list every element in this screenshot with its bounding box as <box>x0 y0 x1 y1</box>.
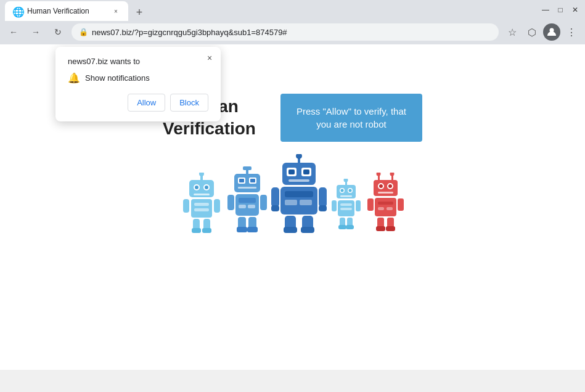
address-bar: ← → ↻ 🔒 news07.biz/?p=gizgcnrqgu5gi3bpha… <box>0 20 585 44</box>
svg-rect-91 <box>376 226 385 231</box>
lock-icon: 🔒 <box>79 28 88 36</box>
svg-rect-49 <box>319 187 327 207</box>
svg-rect-47 <box>300 200 312 205</box>
notification-site-text: news07.biz wants to <box>68 57 208 66</box>
svg-rect-92 <box>386 226 395 231</box>
notification-permission: 🔔 Show notifications <box>68 72 208 84</box>
url-bar[interactable]: 🔒 news07.biz/?p=gizgcnrqgu5gi3bphayq&sub… <box>72 23 499 41</box>
svg-rect-11 <box>194 208 209 211</box>
svg-rect-19 <box>243 166 252 170</box>
notification-permission-text: Show notifications <box>85 73 150 83</box>
svg-rect-28 <box>239 205 246 208</box>
notification-actions: Allow Block <box>68 94 208 112</box>
svg-rect-51 <box>319 205 327 211</box>
svg-point-79 <box>379 184 383 188</box>
allow-button[interactable]: Allow <box>128 94 165 112</box>
svg-point-60 <box>340 189 343 192</box>
svg-rect-16 <box>192 228 201 233</box>
close-button[interactable]: ✕ <box>570 5 580 15</box>
account-button[interactable] <box>543 23 560 41</box>
svg-rect-24 <box>250 179 255 182</box>
back-button[interactable]: ← <box>5 23 22 41</box>
maximize-button[interactable]: □ <box>555 5 565 15</box>
minimize-button[interactable]: — <box>541 5 550 15</box>
svg-rect-54 <box>284 227 297 233</box>
browser-chrome: 🌐 Human Verification × + — □ ✕ ← → ↻ 🔒 n… <box>0 0 585 44</box>
svg-rect-10 <box>194 203 209 206</box>
svg-rect-17 <box>202 228 211 233</box>
tab-favicon: 🌐 <box>12 6 22 16</box>
svg-rect-87 <box>367 198 374 211</box>
svg-point-74 <box>376 173 380 176</box>
svg-rect-85 <box>378 207 384 210</box>
toolbar-right: ☆ ⬡ ⋮ <box>504 23 580 41</box>
svg-rect-88 <box>398 198 404 211</box>
svg-rect-34 <box>237 227 247 232</box>
svg-rect-35 <box>247 227 258 232</box>
new-tab-button[interactable]: + <box>131 4 148 21</box>
url-text: news07.biz/?p=gizgcnrqgu5gi3bphayq&sub1=… <box>92 28 491 37</box>
svg-point-2 <box>199 173 204 176</box>
svg-rect-46 <box>285 200 297 205</box>
tab-title: Human Verification <box>27 7 106 15</box>
browser-tab[interactable]: 🌐 Human Verification × <box>5 1 128 21</box>
bell-icon: 🔔 <box>68 72 80 84</box>
svg-rect-83 <box>375 198 396 216</box>
svg-rect-82 <box>378 192 393 194</box>
forward-button[interactable]: → <box>27 23 44 41</box>
svg-rect-48 <box>271 187 279 207</box>
svg-rect-40 <box>288 169 295 174</box>
bookmark-button[interactable]: ☆ <box>504 23 521 41</box>
extensions-button[interactable]: ⬡ <box>523 23 541 41</box>
svg-rect-13 <box>214 199 220 213</box>
svg-point-37 <box>296 154 302 159</box>
svg-rect-86 <box>387 207 393 210</box>
block-button[interactable]: Block <box>170 94 208 112</box>
svg-rect-50 <box>271 205 279 211</box>
svg-point-76 <box>390 173 394 176</box>
svg-rect-30 <box>227 195 234 210</box>
svg-rect-25 <box>238 187 256 189</box>
svg-rect-67 <box>332 200 337 211</box>
robot-1 <box>180 173 223 234</box>
svg-rect-45 <box>285 191 313 197</box>
notification-close-button[interactable]: × <box>203 52 216 64</box>
svg-rect-31 <box>260 195 267 210</box>
notification-popup: × news07.biz wants to 🔔 Show notificatio… <box>55 47 221 121</box>
robots-illustration <box>0 154 585 234</box>
svg-rect-72 <box>346 225 354 229</box>
svg-point-81 <box>388 184 392 188</box>
svg-rect-77 <box>374 180 398 196</box>
tab-close-button[interactable]: × <box>111 6 121 16</box>
svg-rect-65 <box>340 203 352 206</box>
title-bar: 🌐 Human Verification × + — □ ✕ <box>0 0 585 20</box>
svg-rect-68 <box>356 200 361 211</box>
page-content: × news07.biz wants to 🔔 Show notificatio… <box>0 44 585 370</box>
robot-2 <box>226 166 269 234</box>
svg-rect-8 <box>194 194 210 195</box>
svg-rect-71 <box>338 225 346 229</box>
svg-rect-22 <box>239 179 244 182</box>
robot-5 <box>366 173 406 234</box>
svg-point-62 <box>348 189 351 192</box>
window-controls: — □ ✕ <box>541 5 580 15</box>
svg-point-5 <box>195 186 198 189</box>
tab-bar: 🌐 Human Verification × + <box>5 0 536 21</box>
svg-rect-42 <box>303 169 309 174</box>
robot-3 <box>271 154 327 234</box>
svg-rect-43 <box>288 179 309 182</box>
svg-rect-27 <box>239 198 256 203</box>
robot-4 <box>329 179 363 234</box>
svg-rect-84 <box>378 202 393 205</box>
menu-button[interactable]: ⋮ <box>563 23 580 41</box>
svg-point-7 <box>205 186 208 189</box>
svg-rect-63 <box>340 195 352 197</box>
svg-point-57 <box>343 179 348 182</box>
svg-rect-12 <box>183 199 189 213</box>
svg-rect-66 <box>340 208 352 210</box>
svg-rect-29 <box>248 205 255 208</box>
svg-rect-55 <box>301 227 314 233</box>
refresh-button[interactable]: ↻ <box>49 23 67 41</box>
verify-button[interactable]: Press "Allow" to verify, that you are no… <box>280 94 422 142</box>
